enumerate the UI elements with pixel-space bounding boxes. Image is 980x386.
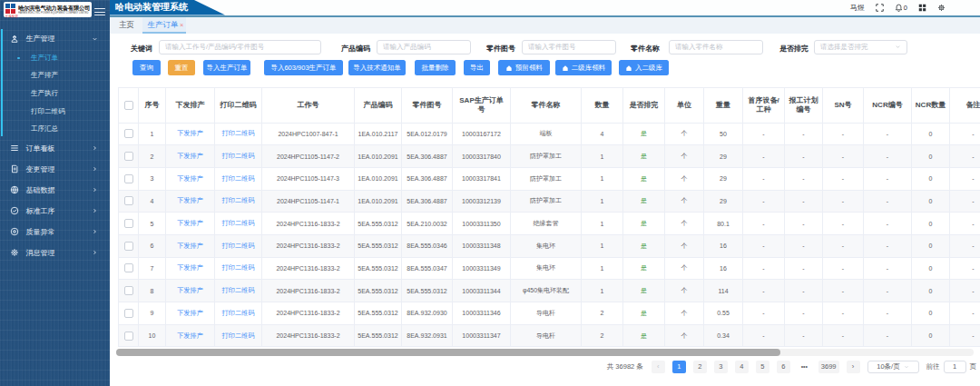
sidebar-group-订单看板[interactable]: 订单看板 [0,138,110,159]
sidebar-item-打印二维码[interactable]: 打印二维码 [0,103,110,121]
tab-production-order[interactable]: 生产订单 [148,17,179,33]
dispatch-link[interactable]: 下发排产 [177,129,203,137]
print-qr-link[interactable]: 打印二维码 [222,129,255,137]
sidebar-group-消息管理[interactable]: 消息管理 [0,242,110,263]
row-checkbox[interactable] [124,174,133,183]
sidebar-group-变更管理[interactable]: 变更管理 [0,159,110,180]
button-二级库领料[interactable]: 二级库领料 [555,60,612,75]
filter-input-零件图号[interactable] [522,40,616,54]
button-批量删除[interactable]: 批量删除 [415,60,456,75]
column-header-数量: 数量 [582,88,623,124]
page-button-2[interactable]: 2 [693,361,707,373]
print-qr-link[interactable]: 打印二维码 [222,309,255,317]
previous-page-button[interactable]: ‹ [652,361,665,373]
print-qr-link[interactable]: 打印二维码 [222,242,255,250]
button-label: 导入603/903生产订单 [270,64,336,73]
dispatch-link[interactable]: 下发排产 [177,219,203,227]
filter-input-零件名称[interactable] [669,40,763,54]
sidebar-item-生产执行[interactable]: 生产执行 [0,84,110,103]
notifications[interactable]: 0 [895,4,907,12]
sidebar-group-标准工序[interactable]: 标准工序 [0,201,110,222]
button-入二级库[interactable]: 入二级库 [619,60,669,75]
print-qr-link[interactable]: 打印二维码 [222,152,255,160]
cell-equip: - [743,234,785,257]
sidebar-collapse-icon[interactable] [94,6,105,15]
sidebar-item-生产排产[interactable]: 生产排产 [0,67,110,85]
page-button-6[interactable]: 6 [777,361,790,373]
cell-seq: 2 [139,145,166,168]
tab-home[interactable]: 主页 [119,17,134,33]
cell-part_no: 5EA.306.4887 [402,167,453,190]
goto-page-input[interactable] [944,361,966,373]
dispatch-link[interactable]: 下发排产 [177,332,203,340]
dispatch-link[interactable]: 下发排产 [177,152,203,160]
grid-icon[interactable] [918,4,926,12]
fullscreen-icon[interactable] [876,4,884,12]
sidebar-group-基础数据[interactable]: 基础数据 [0,180,110,201]
sidebar-item-工序汇总[interactable]: 工序汇总 [0,120,110,138]
dispatch-link[interactable]: 下发排产 [177,196,203,204]
row-checkbox[interactable] [124,196,133,205]
row-checkbox[interactable] [124,152,133,161]
page-button-1[interactable]: 1 [672,361,686,373]
dispatch-link[interactable]: 下发排产 [177,286,203,294]
print-qr-link[interactable]: 打印二维码 [222,332,255,340]
button-导入生产订单[interactable]: 导入生产订单 [203,60,250,75]
horizontal-scrollbar-thumb[interactable] [116,349,780,356]
row-checkbox[interactable] [124,129,133,138]
button-预留领料[interactable]: 预留领料 [498,60,550,75]
page-button-4[interactable]: 4 [735,361,749,373]
row-checkbox[interactable] [124,286,133,295]
row-checkbox[interactable] [124,219,133,228]
cell-ncr_qty: 0 [912,302,950,325]
select-all-checkbox[interactable] [124,101,133,110]
page-button-3[interactable]: 3 [714,361,728,373]
dispatch-link[interactable]: 下发排产 [177,242,203,250]
table-row: 8下发排产打印二维码2024HPC1316-1833-25EA.555.0312… [119,280,980,302]
button-导入603/903生产订单[interactable]: 导入603/903生产订单 [264,60,343,75]
dispatch-link[interactable]: 下发排产 [177,309,203,317]
row-checkbox[interactable] [124,242,133,251]
row-checkbox[interactable] [124,332,133,341]
pagination-total: 共 36982 条 [607,362,643,371]
print-qr-link[interactable]: 打印二维码 [222,286,255,294]
button-label: 导入生产订单 [207,64,248,73]
page-size-select[interactable]: 10条/页 [867,361,919,373]
cell-scheduled: 是 [623,257,665,280]
cell-sap_no: 10003311344 [453,280,511,302]
horizontal-scrollbar-track[interactable] [116,349,974,356]
sidebar-group-质量异常[interactable]: 质量异常 [0,222,110,242]
print-qr-link[interactable]: 打印二维码 [222,196,255,204]
next-page-button[interactable]: › [847,361,860,373]
filter-input-关键词[interactable] [159,40,321,54]
cell-sap_no: 10003312139 [453,190,511,213]
cell-work_no: 2024HPC1105-1147-2 [262,145,355,168]
row-checkbox[interactable] [124,309,133,318]
cell-unit: 个 [665,280,704,302]
row-checkbox[interactable] [124,263,133,272]
print-qr-link[interactable]: 打印二维码 [222,263,255,272]
notification-count: 0 [904,4,907,12]
cell-product_code: 1EA.010.2091 [355,190,402,213]
cell-work_no: 2024HPC1316-1833-2 [262,302,355,325]
cell-weight: 50 [704,123,743,145]
tab-close-icon[interactable]: × [180,17,183,33]
sidebar-group-生产管理[interactable]: 生产管理 [0,28,110,49]
button-查询[interactable]: 查询 [132,60,161,75]
button-导出[interactable]: 导出 [464,60,490,75]
dispatch-link[interactable]: 下发排产 [177,263,203,272]
filter-input-产品编码[interactable] [377,40,471,54]
button-重置[interactable]: 重置 [168,60,195,75]
page-button-5[interactable]: 5 [756,361,769,373]
sidebar-item-生产订单[interactable]: 生产订单 [0,49,110,67]
dispatch-link[interactable]: 下发排产 [177,174,203,183]
print-qr-link[interactable]: 打印二维码 [222,174,255,183]
cell-cbx [119,167,139,190]
gear-icon[interactable] [937,4,946,12]
scheduled-flag: 是 [641,153,647,159]
page-button-3699[interactable]: 3699 [818,361,839,373]
button-导入技术通知单[interactable]: 导入技术通知单 [348,60,406,75]
filter-select-是否排完[interactable]: 请选择是否排完 [814,40,907,54]
print-qr-link[interactable]: 打印二维码 [222,219,255,227]
user-name[interactable]: 马煜 [850,3,865,13]
